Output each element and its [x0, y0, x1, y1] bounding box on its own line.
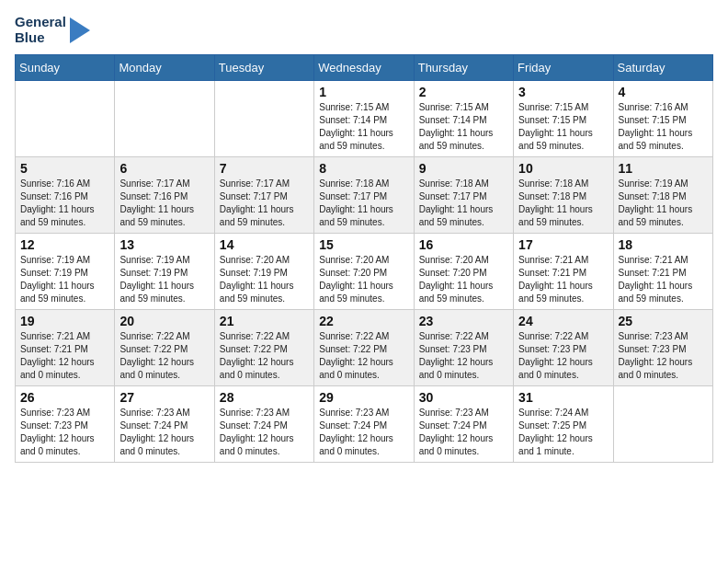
- calendar-cell: 6Sunrise: 7:17 AM Sunset: 7:16 PM Daylig…: [115, 157, 214, 234]
- calendar-cell: 14Sunrise: 7:20 AM Sunset: 7:19 PM Dayli…: [214, 234, 313, 310]
- calendar-cell: 3Sunrise: 7:15 AM Sunset: 7:15 PM Daylig…: [514, 81, 613, 157]
- calendar-cell: 13Sunrise: 7:19 AM Sunset: 7:19 PM Dayli…: [115, 234, 214, 310]
- day-info: Sunrise: 7:17 AM Sunset: 7:16 PM Dayligh…: [119, 178, 209, 229]
- calendar-cell: 23Sunrise: 7:22 AM Sunset: 7:23 PM Dayli…: [414, 310, 513, 386]
- logo-text-block: General Blue: [15, 15, 90, 45]
- calendar-cell: 15Sunrise: 7:20 AM Sunset: 7:20 PM Dayli…: [314, 234, 414, 310]
- day-number: 7: [220, 161, 309, 176]
- day-info: Sunrise: 7:21 AM Sunset: 7:21 PM Dayligh…: [619, 254, 708, 305]
- logo-bird-icon: [70, 17, 90, 43]
- calendar-week-row: 1Sunrise: 7:15 AM Sunset: 7:14 PM Daylig…: [16, 81, 713, 157]
- calendar-cell: [16, 81, 115, 157]
- day-info: Sunrise: 7:20 AM Sunset: 7:20 PM Dayligh…: [319, 254, 408, 305]
- day-info: Sunrise: 7:19 AM Sunset: 7:18 PM Dayligh…: [619, 178, 708, 229]
- calendar-cell: 19Sunrise: 7:21 AM Sunset: 7:21 PM Dayli…: [16, 310, 115, 386]
- calendar-cell: 28Sunrise: 7:23 AM Sunset: 7:24 PM Dayli…: [214, 386, 313, 463]
- calendar-cell: [613, 386, 712, 463]
- day-info: Sunrise: 7:23 AM Sunset: 7:23 PM Dayligh…: [20, 407, 109, 458]
- day-info: Sunrise: 7:19 AM Sunset: 7:19 PM Dayligh…: [119, 254, 209, 305]
- calendar-cell: 7Sunrise: 7:17 AM Sunset: 7:17 PM Daylig…: [214, 157, 313, 234]
- day-info: Sunrise: 7:24 AM Sunset: 7:25 PM Dayligh…: [518, 407, 608, 458]
- day-number: 15: [319, 237, 408, 252]
- day-info: Sunrise: 7:22 AM Sunset: 7:22 PM Dayligh…: [319, 330, 408, 382]
- day-number: 10: [518, 161, 608, 176]
- day-info: Sunrise: 7:17 AM Sunset: 7:17 PM Dayligh…: [220, 178, 309, 229]
- calendar-cell: 22Sunrise: 7:22 AM Sunset: 7:22 PM Dayli…: [314, 310, 414, 386]
- day-info: Sunrise: 7:16 AM Sunset: 7:15 PM Dayligh…: [619, 101, 708, 153]
- day-header-sunday: Sunday: [16, 55, 115, 81]
- header: General Blue: [15, 15, 713, 45]
- calendar-week-row: 26Sunrise: 7:23 AM Sunset: 7:23 PM Dayli…: [16, 386, 713, 463]
- day-info: Sunrise: 7:18 AM Sunset: 7:18 PM Dayligh…: [518, 178, 608, 229]
- calendar-cell: 12Sunrise: 7:19 AM Sunset: 7:19 PM Dayli…: [16, 234, 115, 310]
- day-header-saturday: Saturday: [613, 55, 712, 81]
- day-number: 2: [419, 85, 508, 99]
- calendar-cell: 8Sunrise: 7:18 AM Sunset: 7:17 PM Daylig…: [314, 157, 414, 234]
- day-number: 5: [20, 161, 109, 176]
- day-number: 28: [220, 390, 309, 405]
- day-info: Sunrise: 7:18 AM Sunset: 7:17 PM Dayligh…: [319, 178, 408, 229]
- day-number: 31: [518, 390, 608, 405]
- calendar-cell: 24Sunrise: 7:22 AM Sunset: 7:23 PM Dayli…: [514, 310, 613, 386]
- calendar-week-row: 12Sunrise: 7:19 AM Sunset: 7:19 PM Dayli…: [16, 234, 713, 310]
- day-number: 24: [518, 314, 608, 328]
- day-info: Sunrise: 7:22 AM Sunset: 7:23 PM Dayligh…: [419, 330, 508, 382]
- day-info: Sunrise: 7:18 AM Sunset: 7:17 PM Dayligh…: [419, 178, 508, 229]
- day-number: 18: [619, 237, 708, 252]
- calendar-table: SundayMondayTuesdayWednesdayThursdayFrid…: [15, 54, 713, 463]
- day-number: 19: [20, 314, 109, 328]
- day-info: Sunrise: 7:15 AM Sunset: 7:15 PM Dayligh…: [518, 101, 608, 153]
- calendar-cell: 17Sunrise: 7:21 AM Sunset: 7:21 PM Dayli…: [514, 234, 613, 310]
- day-info: Sunrise: 7:22 AM Sunset: 7:23 PM Dayligh…: [518, 330, 608, 382]
- calendar-cell: 18Sunrise: 7:21 AM Sunset: 7:21 PM Dayli…: [613, 234, 712, 310]
- calendar-cell: 9Sunrise: 7:18 AM Sunset: 7:17 PM Daylig…: [414, 157, 513, 234]
- calendar-cell: 10Sunrise: 7:18 AM Sunset: 7:18 PM Dayli…: [514, 157, 613, 234]
- calendar-cell: 11Sunrise: 7:19 AM Sunset: 7:18 PM Dayli…: [613, 157, 712, 234]
- day-number: 13: [119, 237, 209, 252]
- calendar-cell: 25Sunrise: 7:23 AM Sunset: 7:23 PM Dayli…: [613, 310, 712, 386]
- svg-marker-0: [70, 17, 90, 43]
- day-header-thursday: Thursday: [414, 55, 513, 81]
- day-number: 25: [619, 314, 708, 328]
- calendar-cell: [115, 81, 214, 157]
- day-info: Sunrise: 7:20 AM Sunset: 7:20 PM Dayligh…: [419, 254, 508, 305]
- day-number: 16: [419, 237, 508, 252]
- day-info: Sunrise: 7:16 AM Sunset: 7:16 PM Dayligh…: [20, 178, 109, 229]
- day-info: Sunrise: 7:19 AM Sunset: 7:19 PM Dayligh…: [20, 254, 109, 305]
- day-info: Sunrise: 7:15 AM Sunset: 7:14 PM Dayligh…: [419, 101, 508, 153]
- day-number: 20: [119, 314, 209, 328]
- day-number: 26: [20, 390, 109, 405]
- day-info: Sunrise: 7:21 AM Sunset: 7:21 PM Dayligh…: [518, 254, 608, 305]
- day-number: 11: [619, 161, 708, 176]
- calendar-cell: 30Sunrise: 7:23 AM Sunset: 7:24 PM Dayli…: [414, 386, 513, 463]
- day-header-tuesday: Tuesday: [214, 55, 313, 81]
- day-number: 30: [419, 390, 508, 405]
- calendar-cell: 2Sunrise: 7:15 AM Sunset: 7:14 PM Daylig…: [414, 81, 513, 157]
- day-info: Sunrise: 7:23 AM Sunset: 7:24 PM Dayligh…: [319, 407, 408, 458]
- day-number: 4: [619, 85, 708, 99]
- calendar-cell: [214, 81, 313, 157]
- calendar-cell: 16Sunrise: 7:20 AM Sunset: 7:20 PM Dayli…: [414, 234, 513, 310]
- day-info: Sunrise: 7:22 AM Sunset: 7:22 PM Dayligh…: [119, 330, 209, 382]
- logo-blue: Blue: [15, 30, 66, 46]
- day-header-friday: Friday: [514, 55, 613, 81]
- day-number: 1: [319, 85, 408, 99]
- calendar-cell: 29Sunrise: 7:23 AM Sunset: 7:24 PM Dayli…: [314, 386, 414, 463]
- day-header-monday: Monday: [115, 55, 214, 81]
- day-header-wednesday: Wednesday: [314, 55, 414, 81]
- day-number: 14: [220, 237, 309, 252]
- day-number: 29: [319, 390, 408, 405]
- day-info: Sunrise: 7:23 AM Sunset: 7:24 PM Dayligh…: [220, 407, 309, 458]
- day-info: Sunrise: 7:23 AM Sunset: 7:24 PM Dayligh…: [119, 407, 209, 458]
- day-number: 21: [220, 314, 309, 328]
- logo: General Blue: [15, 15, 90, 45]
- day-info: Sunrise: 7:23 AM Sunset: 7:24 PM Dayligh…: [419, 407, 508, 458]
- day-number: 12: [20, 237, 109, 252]
- day-number: 27: [119, 390, 209, 405]
- day-info: Sunrise: 7:22 AM Sunset: 7:22 PM Dayligh…: [220, 330, 309, 382]
- calendar-cell: 26Sunrise: 7:23 AM Sunset: 7:23 PM Dayli…: [16, 386, 115, 463]
- logo-general: General: [15, 15, 66, 30]
- calendar-week-row: 19Sunrise: 7:21 AM Sunset: 7:21 PM Dayli…: [16, 310, 713, 386]
- calendar-cell: 4Sunrise: 7:16 AM Sunset: 7:15 PM Daylig…: [613, 81, 712, 157]
- day-number: 17: [518, 237, 608, 252]
